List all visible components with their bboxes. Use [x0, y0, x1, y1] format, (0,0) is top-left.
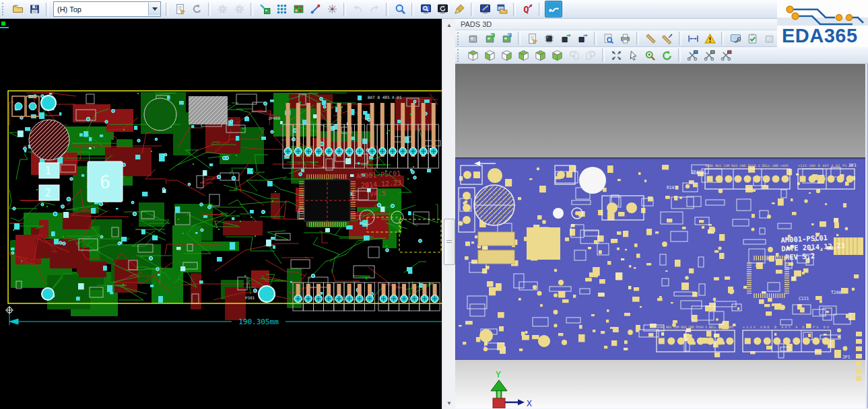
- open-icon-glyph: [12, 3, 24, 15]
- clip-y-icon-glyph: [704, 50, 715, 61]
- component-export-icon[interactable]: [574, 31, 591, 46]
- fanout-icon[interactable]: [324, 1, 340, 17]
- quick-check-icon[interactable]: Q: [519, 1, 535, 17]
- save-icon[interactable]: [26, 1, 42, 17]
- toolbar-separator: [539, 3, 541, 16]
- toolbar-separator: [46, 3, 48, 16]
- redo-icon[interactable]: [366, 1, 382, 17]
- snapshot-icon[interactable]: [477, 1, 493, 17]
- zoom-mode-icon-glyph: [644, 50, 656, 61]
- layer-select-value: (H) Top: [54, 5, 148, 13]
- clip-z-icon-glyph: [721, 50, 732, 61]
- zoom-fit-icon-glyph: [611, 50, 622, 61]
- rotate-mode-icon[interactable]: [659, 48, 675, 63]
- rotate-ccw-icon[interactable]: [566, 48, 582, 63]
- scroll-up-arrow-icon[interactable]: ▲: [443, 20, 455, 30]
- net-cluster-icon[interactable]: [273, 1, 290, 17]
- view-rotate-icon-glyph: [437, 3, 448, 15]
- print-preview-icon[interactable]: [600, 31, 616, 46]
- highlight-icon[interactable]: [451, 1, 467, 17]
- print-icon-glyph: [620, 33, 631, 44]
- toolbar-separator: [166, 3, 168, 16]
- save-icon-glyph: [29, 3, 40, 15]
- properties-icon[interactable]: [524, 31, 540, 46]
- toolbar-separator: [518, 32, 521, 45]
- component-import-icon[interactable]: [558, 31, 574, 46]
- display-settings-icon[interactable]: [727, 31, 743, 46]
- select-icon[interactable]: [625, 48, 641, 63]
- report-icon[interactable]: [744, 31, 760, 46]
- open-icon[interactable]: [9, 1, 26, 17]
- import-board-icon-glyph: [259, 3, 271, 15]
- scroll-down-arrow-icon[interactable]: ▼: [443, 398, 455, 408]
- view-rotate-icon[interactable]: [434, 1, 450, 17]
- pads3d-toggle[interactable]: [545, 1, 562, 17]
- logo-text: EDA365: [782, 25, 858, 46]
- import-board-icon[interactable]: [257, 1, 273, 17]
- properties-icon-glyph: [174, 3, 186, 15]
- view-top-icon[interactable]: [465, 48, 481, 63]
- view-bottom-icon[interactable]: [481, 48, 498, 63]
- drc-warning-icon[interactable]: [702, 31, 718, 46]
- redo-icon-glyph: [369, 3, 380, 15]
- board-preview-icon[interactable]: [290, 1, 306, 17]
- pcb-3d-canvas[interactable]: SGND NO1 COM NO2 GND PUSH G BELL GND +48…: [455, 64, 868, 408]
- print-icon[interactable]: [617, 31, 633, 46]
- board-tools-icon[interactable]: [761, 31, 777, 46]
- toolbar-grip: [2, 3, 6, 15]
- view-right-icon[interactable]: [549, 48, 565, 63]
- ref-label-2d: P301: [245, 295, 255, 300]
- rotate-mode-icon-glyph: [661, 50, 673, 61]
- view-left-icon-glyph: [535, 50, 546, 61]
- net-cluster-icon-glyph: [276, 3, 288, 15]
- rotate-cw-icon[interactable]: [582, 48, 599, 63]
- view-area-icon-glyph: [420, 3, 432, 15]
- distance-icon[interactable]: [685, 31, 701, 46]
- vertical-scrollbar[interactable]: ▲ ▼: [442, 19, 455, 409]
- zoom-mode-icon[interactable]: [642, 48, 658, 63]
- board-import-icon[interactable]: [481, 31, 498, 46]
- properties-icon[interactable]: [172, 1, 188, 17]
- pads3d-panel: PADS 3D SGND NO1 COM NO2 GND PUSH G BELL…: [455, 19, 868, 409]
- clip-z-icon[interactable]: [718, 48, 734, 63]
- pcb-2d-canvas[interactable]: 126AM001-PSC012014.12.23V4.5JP400P301BAT…: [0, 19, 442, 409]
- layer-select-dropdown-button[interactable]: [148, 3, 160, 15]
- component-icon[interactable]: [541, 31, 557, 46]
- undo-icon[interactable]: [349, 1, 366, 17]
- board-export-icon[interactable]: [498, 31, 514, 46]
- view-area-icon[interactable]: [418, 1, 434, 17]
- view-left-icon[interactable]: [532, 48, 548, 63]
- ruler-icon-glyph: [645, 33, 657, 44]
- print-preview-icon-glyph: [603, 33, 614, 44]
- toolbar-separator: [721, 32, 724, 45]
- copy-image-icon[interactable]: [494, 1, 510, 17]
- ref-label-2d: JP400: [268, 116, 280, 120]
- transformer-1-label: 1: [44, 165, 51, 177]
- scrollbar-thumb[interactable]: [444, 219, 455, 265]
- settings-icon[interactable]: [214, 1, 230, 17]
- view-back-icon[interactable]: [515, 48, 531, 63]
- highlight-icon-glyph: [454, 3, 465, 15]
- measure-net-icon[interactable]: [307, 1, 323, 17]
- settings2-icon[interactable]: [231, 1, 247, 17]
- ic-6-label: 6: [100, 172, 110, 192]
- view-front-icon[interactable]: [498, 48, 514, 63]
- distance-icon-glyph: [688, 33, 699, 44]
- clip-y-icon[interactable]: [701, 48, 717, 63]
- ruler-icon[interactable]: [642, 31, 659, 46]
- measure-icon[interactable]: [659, 31, 675, 46]
- clip-x-icon[interactable]: [684, 48, 700, 63]
- pcb-2d-viewport[interactable]: 126AM001-PSC012014.12.23V4.5JP400P301BAT…: [0, 19, 442, 409]
- board-preview-icon-glyph: [293, 3, 304, 15]
- board-export-icon-glyph: [501, 33, 512, 44]
- zoom-icon[interactable]: [392, 1, 408, 17]
- toolbar-separator: [343, 3, 346, 16]
- select-icon-glyph: [628, 50, 639, 61]
- view-right-icon-glyph: [552, 50, 563, 61]
- refresh-icon[interactable]: [189, 1, 205, 17]
- zoom-fit-icon[interactable]: [608, 48, 624, 63]
- board-settings-icon[interactable]: [465, 31, 481, 46]
- view-back-icon-glyph: [518, 50, 529, 61]
- layer-select[interactable]: (H) Top: [53, 1, 161, 17]
- pcb-3d-viewport[interactable]: SGND NO1 COM NO2 GND PUSH G BELL GND +48…: [455, 64, 868, 408]
